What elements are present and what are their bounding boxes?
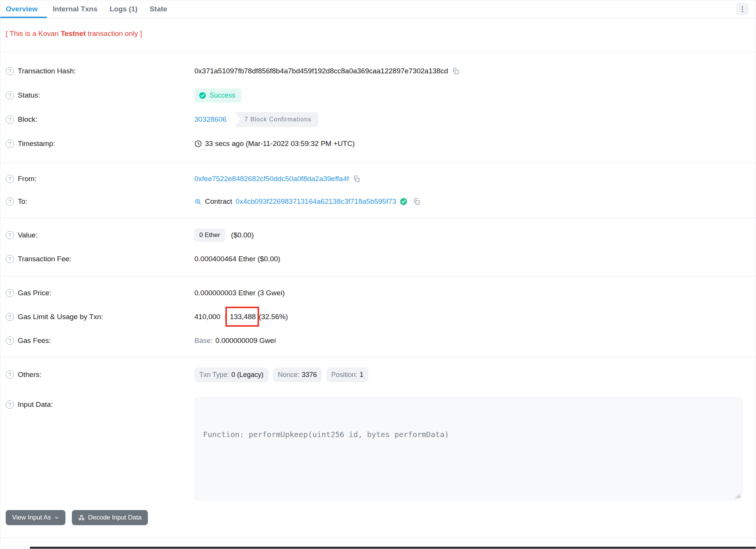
usd-value: ($0.00) <box>231 231 254 239</box>
tab-overview[interactable]: Overview <box>0 0 47 18</box>
timestamp-value: 33 secs ago (Mar-11-2022 03:59:32 PM +UT… <box>205 140 355 148</box>
gas-limit-label: Gas Limit & Usage by Txn: <box>18 313 103 321</box>
from-label: From: <box>18 175 37 183</box>
help-icon[interactable]: ? <box>6 91 14 99</box>
help-icon[interactable]: ? <box>6 337 14 345</box>
row-value: ? Value: 0 Ether ($0.00) <box>0 223 756 247</box>
tab-logs[interactable]: Logs (1) <box>104 0 144 18</box>
position-badge: Position: 1 <box>326 368 368 382</box>
row-to: ? To: Contract 0x4cb093f226983713164a621… <box>0 190 756 213</box>
status-label: Status: <box>18 91 40 99</box>
chevron-down-icon <box>54 515 59 520</box>
gas-fees-label: Gas Fees: <box>18 337 51 345</box>
to-label: To: <box>18 197 27 206</box>
row-timestamp: ? Timestamp: 33 secs ago (Mar-11-2022 03… <box>0 132 756 156</box>
input-method-line: MethodID: 0x7bbaf1ea <box>203 499 734 500</box>
bottom-dark-bar <box>30 547 756 549</box>
help-icon[interactable]: ? <box>6 289 14 297</box>
block-number-link[interactable]: 30328606 <box>194 115 227 124</box>
resize-handle[interactable] <box>735 493 740 498</box>
view-input-as-button[interactable]: View Input As <box>6 510 65 525</box>
row-status: ? Status: Success <box>0 83 756 107</box>
others-label: Others: <box>18 371 41 379</box>
copy-icon[interactable] <box>413 198 421 205</box>
decode-input-data-button[interactable]: Decode Input Data <box>72 510 148 525</box>
status-badge: Success <box>194 88 241 102</box>
gas-used-value: 133,488 <box>230 313 256 321</box>
to-address-link[interactable]: 0x4cb093f226983713164a62138c3f718a5b595f… <box>236 197 396 206</box>
tab-spacer <box>173 0 736 18</box>
nonce-badge: Nonce: 3376 <box>273 368 322 382</box>
clock-icon <box>194 140 202 147</box>
help-icon[interactable]: ? <box>6 255 14 263</box>
help-icon[interactable]: ? <box>6 175 14 183</box>
block-label: Block: <box>18 115 37 124</box>
transaction-overview-card: Overview Internal Txns Logs (1) State ⋮ … <box>0 0 756 549</box>
to-contract-prefix: Contract <box>205 197 232 206</box>
input-function-line: Function: performUpkeep(uint256 id, byte… <box>203 429 734 440</box>
gas-price-value: 0.000000003 Ether (3 Gwei) <box>194 289 285 297</box>
gas-price-label: Gas Price: <box>18 289 51 297</box>
section-value-fee: ? Value: 0 Ether ($0.00) ? Transaction F… <box>0 218 756 276</box>
section-others-input: ? Others: Txn Type: 0 (Legacy) Nonce: 33… <box>0 357 756 538</box>
help-icon[interactable]: ? <box>6 197 14 206</box>
gas-used-percent: (32.56%) <box>259 313 288 321</box>
section-gas: ? Gas Price: 0.000000003 Ether (3 Gwei) … <box>0 276 756 357</box>
value-label: Value: <box>18 231 37 239</box>
tab-state[interactable]: State <box>144 0 173 18</box>
gas-base-value: 0.000000009 Gwei <box>216 337 276 345</box>
kebab-icon: ⋮ <box>739 6 746 12</box>
input-data-label: Input Data: <box>18 400 53 409</box>
help-icon[interactable]: ? <box>6 140 14 148</box>
tab-internal-txns[interactable]: Internal Txns <box>47 0 104 18</box>
input-data-textarea[interactable]: Function: performUpkeep(uint256 id, byte… <box>194 397 742 500</box>
testnet-notice: [ This is a Kovan Testnet transaction on… <box>0 18 756 52</box>
zoom-in-icon[interactable] <box>194 198 202 205</box>
timestamp-label: Timestamp: <box>18 140 55 148</box>
copy-icon[interactable] <box>353 175 360 183</box>
row-block: ? Block: 30328606 7 Block Confirmations <box>0 107 756 132</box>
row-input-data: ? Input Data: Function: performUpkeep(ui… <box>0 397 756 500</box>
verified-check-icon <box>400 198 407 205</box>
decode-icon <box>78 515 85 521</box>
help-icon[interactable]: ? <box>6 231 14 239</box>
row-transaction-fee: ? Transaction Fee: 0.000400464 Ether ($0… <box>0 247 756 271</box>
transaction-fee-label: Transaction Fee: <box>18 255 71 263</box>
ether-value-badge: 0 Ether <box>194 228 225 242</box>
copy-icon[interactable] <box>452 67 459 75</box>
row-gas-price: ? Gas Price: 0.000000003 Ether (3 Gwei) <box>0 281 756 305</box>
help-icon[interactable]: ? <box>6 371 14 379</box>
row-others: ? Others: Txn Type: 0 (Legacy) Nonce: 33… <box>0 363 756 387</box>
help-icon[interactable]: ? <box>6 313 14 321</box>
transaction-hash-label: Transaction Hash: <box>18 67 76 75</box>
transaction-fee-value: 0.000400464 Ether ($0.00) <box>194 255 280 263</box>
input-data-buttons: View Input As Decode Input Data <box>0 510 756 525</box>
row-from: ? From: 0xfee7522e8482682cf50ddc50a0f8da… <box>0 167 756 190</box>
gas-separator: | <box>224 313 226 321</box>
help-icon[interactable]: ? <box>6 67 14 75</box>
gas-base-label: Base: <box>194 337 213 345</box>
row-gas-fees: ? Gas Fees: Base: 0.000000009 Gwei <box>0 329 756 352</box>
input-blank-line <box>203 464 734 476</box>
txn-type-badge: Txn Type: 0 (Legacy) <box>194 368 269 382</box>
row-transaction-hash: ? Transaction Hash: 0x371a51097fb78df856… <box>0 59 756 83</box>
check-circle-icon <box>199 92 206 99</box>
tab-bar: Overview Internal Txns Logs (1) State ⋮ <box>0 0 756 18</box>
kebab-menu-button[interactable]: ⋮ <box>736 3 748 15</box>
from-address-link[interactable]: 0xfee7522e8482682cf50ddc50a0f8da2a39effa… <box>194 175 349 183</box>
row-gas-limit-usage: ? Gas Limit & Usage by Txn: 410,000 | 13… <box>0 305 756 329</box>
block-confirmations-badge: 7 Block Confirmations <box>235 112 318 127</box>
help-icon[interactable]: ? <box>6 115 14 124</box>
section-hash-status-block-time: ? Transaction Hash: 0x371a51097fb78df856… <box>0 52 756 163</box>
section-from-to: ? From: 0xfee7522e8482682cf50ddc50a0f8da… <box>0 163 756 218</box>
gas-limit-value: 410,000 <box>194 313 220 321</box>
help-icon[interactable]: ? <box>6 400 14 409</box>
transaction-hash-value: 0x371a51097fb78df856f8b4a7bd459f192d8cc8… <box>194 67 448 75</box>
